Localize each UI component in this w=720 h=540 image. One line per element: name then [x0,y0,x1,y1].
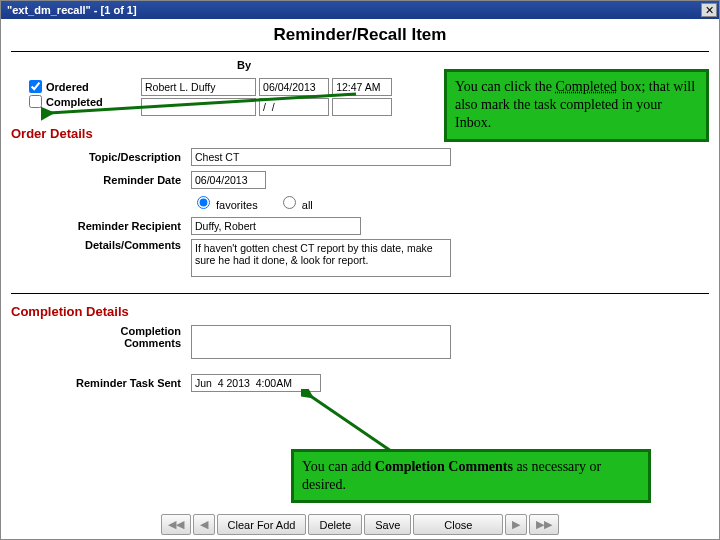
clear-button[interactable]: Clear For Add [217,514,307,535]
recipient-field[interactable] [191,217,361,235]
by-label: By [11,59,261,71]
divider [11,293,709,294]
favorites-radio[interactable] [197,196,210,209]
topic-label: Topic/Description [11,151,191,163]
titlebar: "ext_dm_recall" - [1 of 1] ✕ [1,1,719,19]
completion-details-heading: Completion Details [11,304,709,319]
details-label: Details/Comments [11,239,191,251]
reminder-date-label: Reminder Date [11,174,191,186]
next-button[interactable]: ▶ [505,514,527,535]
window-title: "ext_dm_recall" - [1 of 1] [3,4,137,16]
callout-completed: You can click the Completed box; that wi… [444,69,709,142]
arrow-icon [41,89,361,129]
content-area: Reminder/Recall Item By Ordered Complete… [1,19,719,539]
save-button[interactable]: Save [364,514,411,535]
all-label: all [302,199,313,211]
favorites-label: favorites [216,199,258,211]
delete-button[interactable]: Delete [308,514,362,535]
completion-comments-field[interactable] [191,325,451,359]
topic-field[interactable] [191,148,451,166]
close-button[interactable]: Close [413,514,503,535]
all-radio[interactable] [283,196,296,209]
callout-comments: You can add Completion Comments as neces… [291,449,651,503]
page-title: Reminder/Recall Item [11,25,709,45]
close-icon[interactable]: ✕ [701,3,717,17]
first-button[interactable]: ◀◀ [161,514,191,535]
prev-button[interactable]: ◀ [193,514,215,535]
reminder-date-field[interactable] [191,171,266,189]
details-field[interactable]: If haven't gotten chest CT report by thi… [191,239,451,277]
svg-line-1 [309,395,391,451]
button-bar: ◀◀ ◀ Clear For Add Delete Save Close ▶ ▶… [1,514,719,535]
task-sent-label: Reminder Task Sent [11,377,191,389]
completion-comments-label: CompletionComments [11,325,191,349]
divider [11,51,709,52]
svg-line-0 [49,94,356,113]
last-button[interactable]: ▶▶ [529,514,559,535]
window-frame: "ext_dm_recall" - [1 of 1] ✕ Reminder/Re… [0,0,720,540]
recipient-label: Reminder Recipient [11,220,191,232]
